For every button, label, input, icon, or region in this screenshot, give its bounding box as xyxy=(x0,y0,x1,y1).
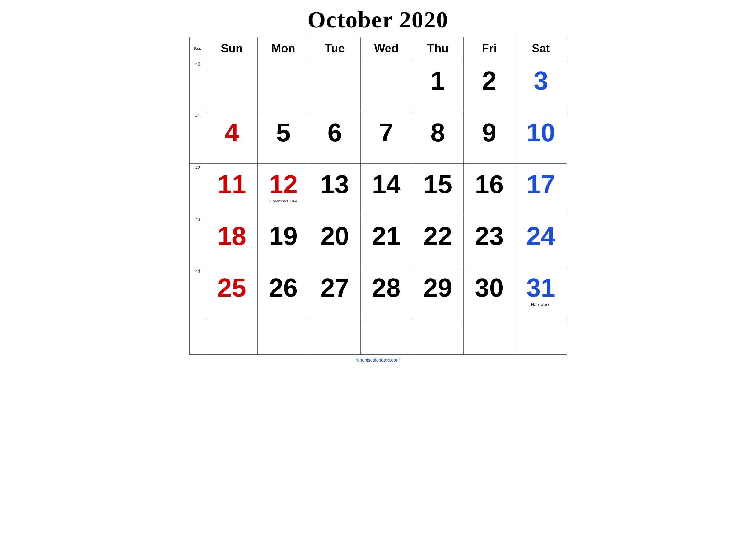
day-cell xyxy=(361,319,412,354)
day-cell: 29 xyxy=(412,267,464,319)
day-number: 30 xyxy=(466,268,513,301)
day-cell: 11 xyxy=(206,164,257,215)
day-number: 16 xyxy=(466,165,513,197)
week-row: 4318192021222324 xyxy=(189,215,567,267)
col-thu-header: Thu xyxy=(412,37,464,60)
week-row: 4145678910 xyxy=(189,112,567,164)
day-number: 22 xyxy=(414,217,461,249)
day-cell: 9 xyxy=(464,112,515,164)
day-cell: 10 xyxy=(515,112,567,164)
day-number: 31 xyxy=(517,268,565,301)
day-number: 27 xyxy=(311,268,359,301)
day-cell: 27 xyxy=(309,267,361,319)
day-cell: 1 xyxy=(412,60,464,112)
footer: wheniscalendars.com xyxy=(189,357,567,363)
day-cell xyxy=(257,319,309,354)
day-number: 20 xyxy=(311,217,359,249)
day-number: 25 xyxy=(208,268,255,301)
day-number: 29 xyxy=(414,268,461,301)
day-cell xyxy=(309,60,361,112)
day-cell: 22 xyxy=(412,215,464,267)
day-cell: 8 xyxy=(412,112,464,164)
header-row: No. Sun Mon Tue Wed Thu Fri Sat xyxy=(189,37,567,60)
day-number: 28 xyxy=(363,268,410,301)
day-number: 26 xyxy=(259,268,307,301)
day-cell: 26 xyxy=(257,267,309,319)
week-number xyxy=(189,319,206,354)
day-cell: 12Columbus Day xyxy=(257,164,309,215)
day-cell xyxy=(361,60,412,112)
day-number: 3 xyxy=(517,62,565,94)
day-cell xyxy=(515,319,567,354)
day-cell: 24 xyxy=(515,215,567,267)
week-row: 4425262728293031Halloween xyxy=(189,267,567,319)
week-number: 44 xyxy=(189,267,206,319)
day-cell xyxy=(309,319,361,354)
day-cell: 18 xyxy=(206,215,257,267)
day-cell: 6 xyxy=(309,112,361,164)
day-number: 12 xyxy=(259,165,307,197)
day-cell xyxy=(464,319,515,354)
day-number: 1 xyxy=(414,62,461,94)
day-number: 21 xyxy=(363,217,410,249)
day-cell: 19 xyxy=(257,215,309,267)
day-cell: 5 xyxy=(257,112,309,164)
day-number: 4 xyxy=(208,113,255,146)
week-number: 42 xyxy=(189,164,206,215)
day-number: 19 xyxy=(259,217,307,249)
holiday-label: Columbus Day xyxy=(259,199,307,204)
day-cell: 7 xyxy=(361,112,412,164)
day-cell: 17 xyxy=(515,164,567,215)
col-sat-header: Sat xyxy=(515,37,567,60)
day-cell xyxy=(206,60,257,112)
day-cell: 25 xyxy=(206,267,257,319)
day-cell: 30 xyxy=(464,267,515,319)
day-number: 5 xyxy=(259,113,307,146)
day-number: 8 xyxy=(414,113,461,146)
week-number: 40 xyxy=(189,60,206,112)
day-cell: 4 xyxy=(206,112,257,164)
day-cell: 15 xyxy=(412,164,464,215)
footer-link[interactable]: wheniscalendars.com xyxy=(356,357,400,363)
day-cell: 16 xyxy=(464,164,515,215)
calendar-body: 401234145678910421112Columbus Day1314151… xyxy=(189,60,567,354)
day-cell: 28 xyxy=(361,267,412,319)
day-number: 14 xyxy=(363,165,410,197)
day-cell xyxy=(206,319,257,354)
day-cell: 21 xyxy=(361,215,412,267)
col-no-header: No. xyxy=(189,37,206,60)
day-number: 2 xyxy=(466,62,513,94)
day-number: 11 xyxy=(208,165,255,197)
week-row: 421112Columbus Day1314151617 xyxy=(189,164,567,215)
holiday-label: Halloween xyxy=(517,302,565,307)
col-mon-header: Mon xyxy=(257,37,309,60)
day-number: 18 xyxy=(208,217,255,249)
day-number: 17 xyxy=(517,165,565,197)
day-number: 6 xyxy=(311,113,359,146)
day-cell: 23 xyxy=(464,215,515,267)
calendar-container: October 2020 No. Sun Mon Tue Wed Thu Fri… xyxy=(189,7,567,363)
day-number: 15 xyxy=(414,165,461,197)
week-row: 40123 xyxy=(189,60,567,112)
day-number: 7 xyxy=(363,113,410,146)
col-sun-header: Sun xyxy=(206,37,257,60)
day-cell: 3 xyxy=(515,60,567,112)
day-number: 9 xyxy=(466,113,513,146)
week-number: 41 xyxy=(189,112,206,164)
week-row xyxy=(189,319,567,354)
col-wed-header: Wed xyxy=(361,37,412,60)
day-cell xyxy=(257,60,309,112)
col-tue-header: Tue xyxy=(309,37,361,60)
day-cell: 2 xyxy=(464,60,515,112)
day-cell: 13 xyxy=(309,164,361,215)
day-cell xyxy=(412,319,464,354)
week-number: 43 xyxy=(189,215,206,267)
day-number: 23 xyxy=(466,217,513,249)
calendar-table: No. Sun Mon Tue Wed Thu Fri Sat 40123414… xyxy=(189,37,567,355)
day-number: 10 xyxy=(517,113,565,146)
day-cell: 20 xyxy=(309,215,361,267)
day-number: 13 xyxy=(311,165,359,197)
day-cell: 31Halloween xyxy=(515,267,567,319)
calendar-title: October 2020 xyxy=(189,7,567,33)
col-fri-header: Fri xyxy=(464,37,515,60)
